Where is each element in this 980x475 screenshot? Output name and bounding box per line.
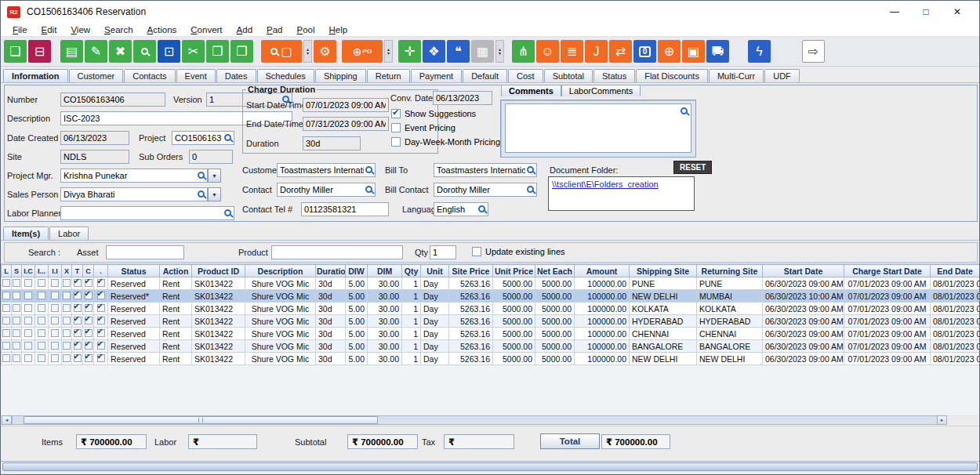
cell-charge-start-date[interactable]: 07/01/2023 09:00 AM xyxy=(844,315,931,328)
menu-item-file[interactable]: File xyxy=(5,25,34,34)
cell-description[interactable]: Shure VOG Mic xyxy=(245,328,316,340)
cell-amount[interactable]: 100000.00 xyxy=(575,277,630,290)
labor-planner-field[interactable] xyxy=(60,206,234,220)
minimize-button[interactable]: — xyxy=(879,6,910,17)
chat-count-icon[interactable]: 0 xyxy=(633,40,656,63)
tab-flat-discounts[interactable]: Flat Discounts xyxy=(636,69,708,82)
tab-contacts[interactable]: Contacts xyxy=(124,69,175,82)
scrollbar-thumb[interactable] xyxy=(24,416,378,424)
row-checkbox[interactable] xyxy=(22,277,35,290)
project-mgr-combo[interactable]: Krishna Punekar ▼ xyxy=(60,169,221,183)
row-checkbox[interactable] xyxy=(83,290,94,303)
row-checkbox[interactable] xyxy=(35,328,49,340)
column-header-action[interactable]: Action xyxy=(160,265,192,277)
cell-amount[interactable]: 100000.00 xyxy=(575,303,630,315)
language-field[interactable]: English xyxy=(434,202,488,216)
cell-site-price[interactable]: 5263.16 xyxy=(449,290,493,303)
row-checkbox[interactable] xyxy=(12,303,22,315)
row-checkbox[interactable] xyxy=(49,290,62,303)
table-row[interactable]: ReservedRentSK013422Shure VOG Mic30d5.00… xyxy=(2,353,980,365)
cell-site-price[interactable]: 5263.16 xyxy=(449,340,493,353)
cell-status[interactable]: Reserved* xyxy=(108,290,160,303)
scrollbar-track[interactable] xyxy=(12,415,947,425)
cell-status[interactable]: Reserved xyxy=(108,315,160,328)
cell-status[interactable]: Reserved xyxy=(108,303,160,315)
cell-unit[interactable]: Day xyxy=(421,290,449,303)
row-checkbox[interactable] xyxy=(72,340,83,353)
cell-end-date[interactable]: 08/01/2023 09:00 AM xyxy=(931,340,980,353)
cell-unit[interactable]: Day xyxy=(421,340,449,353)
row-checkbox[interactable] xyxy=(49,328,62,340)
checkbox-show-suggestions[interactable]: Show Suggestions xyxy=(391,109,500,118)
cell-dim[interactable]: 30.00 xyxy=(368,315,402,328)
table-row[interactable]: ReservedRentSK013422Shure VOG Mic30d5.00… xyxy=(2,328,980,340)
asset-input[interactable] xyxy=(106,245,184,259)
contact-search-icon[interactable] xyxy=(365,186,372,193)
smiley-icon[interactable]: ☺ xyxy=(536,40,559,63)
row-checkbox[interactable] xyxy=(2,315,12,328)
cell-unit-price[interactable]: 5000.00 xyxy=(493,303,535,315)
cell-product-id[interactable]: SK013422 xyxy=(192,290,245,303)
column-header-checkbox[interactable]: L xyxy=(2,265,12,277)
tab-dates[interactable]: Dates xyxy=(216,69,256,82)
cell-charge-start-date[interactable]: 07/01/2023 09:00 AM xyxy=(844,340,931,353)
window-horizontal-scrollbar[interactable] xyxy=(2,462,978,471)
cell-action[interactable]: Rent xyxy=(160,340,192,353)
cell-dim[interactable]: 30.00 xyxy=(368,328,402,340)
row-checkbox[interactable] xyxy=(2,353,12,365)
cell-shipping-site[interactable]: PUNE xyxy=(630,277,697,290)
items-table[interactable]: LSI.CI...I.IXTC.StatusActionProduct IDDe… xyxy=(1,264,979,365)
row-checkbox[interactable] xyxy=(35,340,49,353)
cell-qty[interactable]: 1 xyxy=(402,303,421,315)
row-checkbox[interactable] xyxy=(62,290,72,303)
cell-duration[interactable]: 30d xyxy=(316,315,346,328)
column-header-returning-site[interactable]: Returning Site xyxy=(697,265,763,277)
row-checkbox[interactable] xyxy=(2,277,12,290)
cell-unit[interactable]: Day xyxy=(421,353,449,365)
cell-diw[interactable]: 5.00 xyxy=(346,328,368,340)
row-checkbox[interactable] xyxy=(22,328,35,340)
row-checkbox[interactable] xyxy=(2,303,12,315)
cell-qty[interactable]: 1 xyxy=(402,277,421,290)
row-checkbox[interactable] xyxy=(72,353,83,365)
cell-start-date[interactable]: 06/30/2023 09:00 AM xyxy=(763,277,844,290)
row-checkbox[interactable] xyxy=(62,340,72,353)
cell-qty[interactable]: 1 xyxy=(402,315,421,328)
cell-description[interactable]: Shure VOG Mic xyxy=(245,315,316,328)
row-checkbox[interactable] xyxy=(2,290,12,303)
contact-tel-field[interactable]: 01123581321 xyxy=(301,202,389,216)
cell-returning-site[interactable]: PUNE xyxy=(697,277,763,290)
cell-qty[interactable]: 1 xyxy=(402,328,421,340)
cell-net-each[interactable]: 5000.00 xyxy=(535,277,575,290)
cell-unit-price[interactable]: 5000.00 xyxy=(493,328,535,340)
search-icon[interactable] xyxy=(133,40,156,63)
cell-amount[interactable]: 100000.00 xyxy=(575,315,630,328)
cell-action[interactable]: Rent xyxy=(160,353,192,365)
column-header-shipping-site[interactable]: Shipping Site xyxy=(630,265,697,277)
cell-unit-price[interactable]: 5000.00 xyxy=(493,340,535,353)
bill-to-field[interactable]: Toastmasters Internation xyxy=(434,163,537,177)
table-row[interactable]: ReservedRentSK013422Shure VOG Mic30d5.00… xyxy=(2,303,980,315)
cell-unit-price[interactable]: 5000.00 xyxy=(493,290,535,303)
column-header-diw[interactable]: DIW xyxy=(346,265,368,277)
table-row[interactable]: Reserved*RentSK013422Shure VOG Mic30d5.0… xyxy=(2,290,980,303)
tab-schedules[interactable]: Schedules xyxy=(257,69,314,82)
scroll-left-icon[interactable]: ◂ xyxy=(2,415,12,425)
qty-input[interactable]: 1 xyxy=(430,245,456,259)
cell-end-date[interactable]: 08/01/2023 09:00 AM xyxy=(931,328,980,340)
cell-returning-site[interactable]: NEW DELHI xyxy=(697,353,763,365)
cell-description[interactable]: Shure VOG Mic xyxy=(245,290,316,303)
project-field[interactable]: CO1506163 xyxy=(172,131,234,145)
column-header-duration[interactable]: Duration xyxy=(316,265,346,277)
cell-net-each[interactable]: 5000.00 xyxy=(535,315,575,328)
tab-information[interactable]: Information xyxy=(3,69,68,82)
lightning-icon[interactable]: ϟ xyxy=(748,40,771,63)
cell-diw[interactable]: 5.00 xyxy=(346,277,368,290)
copies-icon[interactable]: ⊡ xyxy=(158,40,180,63)
cell-amount[interactable]: 100000.00 xyxy=(575,290,630,303)
row-checkbox[interactable] xyxy=(35,277,49,290)
cell-product-id[interactable]: SK013422 xyxy=(192,328,245,340)
row-checkbox[interactable] xyxy=(83,303,94,315)
cell-diw[interactable]: 5.00 xyxy=(346,340,368,353)
calendar-spinner[interactable]: ▴▾ xyxy=(495,40,504,63)
